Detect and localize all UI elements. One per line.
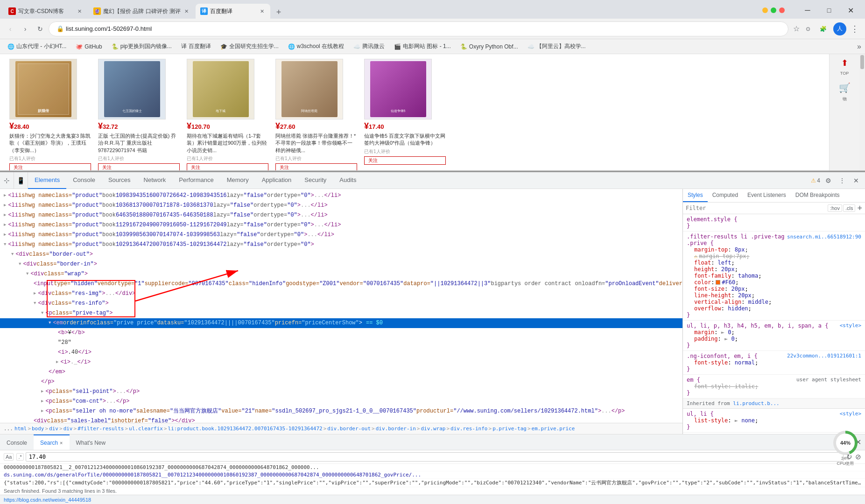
color-swatch-ff6600[interactable]	[716, 280, 720, 285]
tab-security[interactable]: Security	[298, 172, 333, 189]
html-line-p-close[interactable]: </p>	[0, 377, 682, 387]
win-minimize[interactable]: ─	[797, 4, 818, 17]
tab-network[interactable]: Network	[137, 172, 173, 189]
refresh-button[interactable]: ↻	[34, 22, 47, 35]
html-line-em-selected[interactable]: ▼ <em orderinfo class="prive price" data…	[0, 318, 682, 328]
maximize-button[interactable]	[771, 7, 776, 13]
tab-performance[interactable]: Performance	[172, 172, 220, 189]
html-line-border-out[interactable]: ▼ <div class="border-out" >	[0, 250, 682, 259]
sidebar-cart-icon[interactable]: 🛒	[839, 82, 851, 93]
devtools-settings-icon[interactable]: ⚙	[822, 175, 834, 187]
product-btn-1[interactable]: 关注	[9, 163, 91, 170]
bookmark-8[interactable]: 🎬电影网站 图标 - 1...	[390, 42, 455, 51]
add-style-button[interactable]: +	[857, 204, 862, 212]
devtools-close-icon[interactable]: ✕	[850, 175, 862, 187]
close-window-button[interactable]	[779, 7, 785, 13]
breadcrumb-div2[interactable]: div	[63, 426, 73, 432]
html-line-prive-tag[interactable]: ▼ <p class="prive-tag" >	[0, 308, 682, 318]
html-line-text-28[interactable]: "28"	[0, 338, 682, 348]
search-close-icon[interactable]: ×	[60, 440, 63, 446]
case-sensitive-toggle[interactable]: Aa	[4, 453, 14, 461]
address-input[interactable]: 🔒 list.suning.com/1-502697-0.html	[49, 21, 788, 36]
status-url[interactable]: https://blog.csdn.net/weixin_44449518	[4, 497, 91, 503]
breadcrumb-em[interactable]: em.prive.price	[532, 426, 575, 432]
new-tab-button[interactable]: +	[272, 6, 285, 19]
html-line-1[interactable]: ▶ <li ishwg name class="product" book 10…	[0, 191, 682, 201]
bookmark-7[interactable]: ☁️腾讯微云	[350, 42, 388, 51]
back-button[interactable]: ‹	[4, 22, 17, 35]
html-line-em-close[interactable]: </em>	[0, 367, 682, 377]
html-line-sales-label[interactable]: <div class="sales-label" ishotbrief="fal…	[0, 416, 682, 423]
browser-tab-1[interactable]: C 写文章-CSDN博客 ✕	[4, 4, 88, 19]
minimize-button[interactable]	[762, 7, 768, 13]
console-tab-whats-new[interactable]: What's New	[70, 434, 113, 450]
styles-content[interactable]: element.style { } .filter-results li .pr…	[683, 214, 865, 434]
product-btn-3[interactable]: 关注	[187, 163, 268, 170]
bookmark-1[interactable]: 🌐山东代理 - 小幻HT...	[4, 42, 70, 51]
breadcrumb-div1[interactable]: div	[49, 426, 58, 432]
bookmark-3[interactable]: 🐍pip更换到国内镜像...	[108, 42, 176, 51]
html-line-res-info[interactable]: ▼ <div class="res-info" >	[0, 299, 682, 308]
devtools-more-icon[interactable]: ⋮	[836, 175, 848, 187]
tab-audits[interactable]: Audits	[333, 172, 363, 189]
profile-button[interactable]: 人	[833, 22, 846, 35]
tab-close-1[interactable]: ✕	[76, 7, 83, 15]
product-btn-2[interactable]: 关注	[98, 163, 180, 170]
tab-memory[interactable]: Memory	[220, 172, 255, 189]
html-line-sell-point[interactable]: ▶ <p class="sell-point" >...</p>	[0, 387, 682, 397]
tab-sources[interactable]: Sources	[102, 172, 137, 189]
extension-icon[interactable]: 🧩	[816, 22, 830, 35]
console-tab-console[interactable]: Console	[0, 434, 34, 450]
html-line-res-img[interactable]: ▶ <div class="res-img" >...</div>	[0, 289, 682, 299]
browser-tab-3[interactable]: 译 百度翻译 ✕	[196, 4, 270, 19]
html-line-b-yuan[interactable]: <b>¥</b>	[0, 328, 682, 338]
menu-button[interactable]: ⋮	[848, 22, 861, 35]
cls-pseudo[interactable]: .cls	[843, 204, 856, 212]
breadcrumb-wrap[interactable]: div.wrap	[421, 426, 445, 432]
page-scrollbar[interactable]	[859, 54, 865, 170]
html-line-com-cnt[interactable]: ▶ <p class="com-cnt" >...</p>	[0, 397, 682, 406]
html-line-i-dot[interactable]: ▶ <i>._</i>	[0, 357, 682, 367]
win-close[interactable]: ✕	[840, 4, 861, 17]
html-line-border-in[interactable]: ▼ <div class="border-in" >	[0, 259, 682, 269]
tab-event-listeners[interactable]: Event Listeners	[743, 189, 791, 202]
ul-li-source[interactable]: <style>	[840, 322, 861, 329]
html-line-2[interactable]: ▶ <li ishwg name class="product" book 10…	[0, 201, 682, 210]
html-line-input[interactable]: <input type="hidden" vendortype="1" supp…	[0, 279, 682, 289]
breadcrumb-li[interactable]: li:product.book.10291364472.0070167435-1…	[168, 426, 323, 432]
bookmark-star[interactable]: ☆	[793, 24, 800, 33]
html-line-3[interactable]: ▶ <li ishwg name class="product" book 64…	[0, 210, 682, 220]
breadcrumb-ul[interactable]: ul.clearfix	[129, 426, 163, 432]
tab-search[interactable]: ⊙	[802, 22, 815, 35]
html-line-6[interactable]: ▼ <li ishwg name class="product" book 10…	[0, 240, 682, 250]
regex-toggle[interactable]: .*	[16, 453, 23, 461]
tab-styles[interactable]: Styles	[683, 189, 708, 202]
bookmark-4[interactable]: 译百度翻译	[177, 42, 215, 51]
tab-close-3[interactable]: ✕	[258, 7, 266, 15]
tab-close-2[interactable]: ✕	[183, 7, 190, 15]
hov-pseudo[interactable]: :hov	[828, 204, 842, 212]
tab-elements[interactable]: Elements	[28, 172, 66, 189]
elements-tree[interactable]: ▶ <li ishwg name class="product" book 10…	[0, 189, 682, 423]
inherited-ul-li-source[interactable]: <style>	[840, 411, 861, 417]
ng-iconfont-source[interactable]: 22v3common...019121601:1	[787, 353, 861, 359]
breadcrumb-border-in[interactable]: div.border-in	[376, 426, 416, 432]
win-maximize[interactable]: □	[818, 4, 840, 17]
tab-dom-breakpoints[interactable]: DOM Breakpoints	[791, 189, 844, 202]
breadcrumb-border-out[interactable]: div.border-out	[327, 426, 371, 432]
html-line-wrap[interactable]: ▼ <div class="wrap" >	[0, 269, 682, 279]
bookmark-2[interactable]: 🐙GitHub	[72, 42, 105, 51]
bookmark-9[interactable]: 🐍Oxyry Python Obf...	[457, 42, 522, 51]
breadcrumb-filter[interactable]: #filter-results	[77, 426, 124, 432]
forward-button[interactable]: ›	[19, 22, 32, 35]
console-tab-search[interactable]: Search ×	[34, 434, 69, 450]
html-line-4[interactable]: ▶ <li ishwg name class="product" book 11…	[0, 220, 682, 230]
prive-source[interactable]: snsearch.mi..66518912:90	[787, 234, 861, 240]
tab-console[interactable]: Console	[66, 172, 102, 189]
styles-filter-input[interactable]	[686, 205, 826, 211]
bookmark-10[interactable]: ☁️【阿里云】高校学...	[524, 42, 590, 51]
breadcrumb-res-info[interactable]: div.res-info	[450, 426, 487, 432]
breadcrumb-html[interactable]: html	[14, 426, 27, 432]
breadcrumb-body[interactable]: body	[32, 426, 44, 432]
search-input[interactable]	[26, 452, 844, 462]
